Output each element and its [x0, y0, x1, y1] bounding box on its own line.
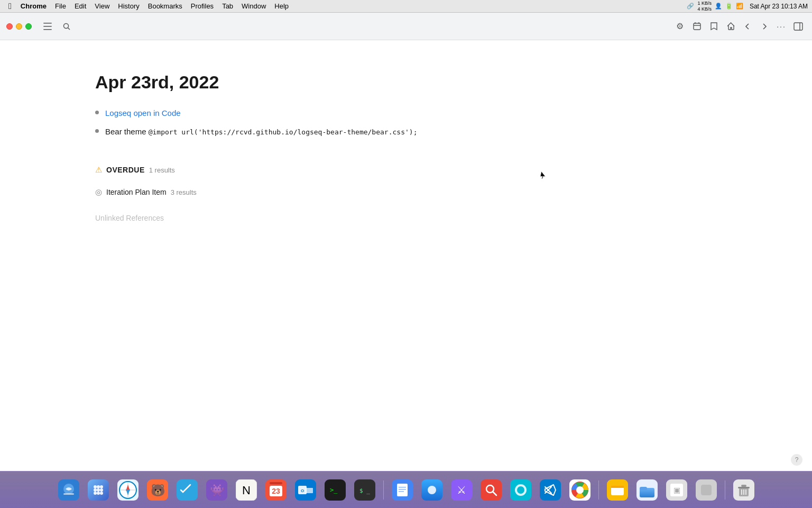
- more-options-button[interactable]: ···: [774, 19, 789, 34]
- menu-profiles[interactable]: Profiles: [187, 1, 217, 11]
- apple-menu[interactable]: : [4, 2, 16, 11]
- maximize-button[interactable]: [25, 23, 32, 30]
- svg-rect-65: [540, 479, 561, 501]
- clock: Sat Apr 23 10:13 AM: [750, 3, 808, 10]
- dock-item-game[interactable]: ⚔: [448, 477, 475, 503]
- menu-tab[interactable]: Tab: [218, 1, 237, 11]
- dock-item-iterm[interactable]: $ _: [352, 477, 378, 503]
- extension-icon-calendar[interactable]: [689, 19, 704, 34]
- menu-bar-left:  Chrome File Edit View History Bookmark…: [4, 1, 292, 11]
- extension-icon-1[interactable]: ⚙: [672, 19, 687, 34]
- battery-icon: 🔋: [725, 3, 733, 10]
- dock-item-alien[interactable]: 👾: [204, 477, 230, 503]
- warning-icon: ⚠: [95, 165, 102, 175]
- unlinked-references[interactable]: Unlinked References: [95, 214, 770, 222]
- dock-item-fantastical[interactable]: 23: [263, 477, 289, 503]
- menu-bar-right: 🔗 1 KB/s4 KB/s 👤 🔋 📶 Sat Apr 23 10:13 AM: [687, 1, 808, 12]
- dock-item-appx[interactable]: [419, 477, 445, 503]
- help-button[interactable]: ?: [791, 454, 802, 466]
- overdue-count: 1 results: [149, 166, 175, 174]
- dock-item-app-gray[interactable]: [693, 477, 719, 503]
- dock-separator-3: [725, 480, 725, 500]
- iteration-section: ◎ Iteration Plan Item 3 results: [95, 187, 770, 197]
- iteration-label: Iteration Plan Item: [106, 188, 167, 196]
- dock: 🐻 👾 N 23 O: [0, 471, 812, 508]
- minimize-button[interactable]: [16, 23, 22, 30]
- dock-item-folder-blue[interactable]: [634, 477, 660, 503]
- dock-item-chrome[interactable]: [567, 477, 593, 503]
- svg-text:$ _: $ _: [359, 487, 370, 494]
- network-stats: 1 KB/s4 KB/s: [697, 1, 712, 12]
- dock-item-terminal[interactable]: >_: [322, 477, 348, 503]
- svg-rect-33: [177, 479, 198, 501]
- svg-text:N: N: [242, 484, 251, 497]
- dock-item-docs[interactable]: [389, 477, 416, 503]
- dock-item-finder[interactable]: [56, 477, 82, 503]
- overdue-label: OVERDUE: [106, 166, 145, 174]
- dock-item-notion[interactable]: N: [233, 477, 260, 503]
- bullet-dot: [95, 111, 99, 114]
- menu-bookmarks[interactable]: Bookmarks: [144, 1, 186, 11]
- bullet-dot-2: [95, 129, 99, 133]
- svg-point-22: [97, 492, 100, 495]
- menu-view[interactable]: View: [91, 1, 113, 11]
- svg-rect-39: [270, 482, 282, 484]
- svg-point-3: [64, 23, 69, 28]
- main-content: Apr 23rd, 2022 Logseq open in Code Bear …: [0, 40, 812, 471]
- dock-item-sphero[interactable]: [508, 477, 534, 503]
- svg-text:>_: >_: [330, 486, 338, 494]
- svg-text:O: O: [300, 488, 303, 493]
- bookmark-icon[interactable]: [706, 19, 721, 34]
- dock-separator: [383, 480, 384, 500]
- dock-item-search[interactable]: [478, 477, 504, 503]
- dock-separator-2: [598, 480, 599, 500]
- svg-rect-80: [701, 485, 712, 495]
- svg-point-15: [94, 485, 97, 488]
- browser-left-tools: [40, 19, 74, 34]
- svg-rect-1: [43, 26, 52, 27]
- dock-item-telegram[interactable]: [174, 477, 200, 503]
- svg-rect-0: [43, 23, 52, 24]
- dock-item-safari[interactable]: [115, 477, 141, 503]
- browser-right-tools: ⚙: [672, 19, 806, 34]
- svg-point-20: [100, 488, 103, 492]
- dock-item-launchpad[interactable]: [85, 477, 112, 503]
- menu-file[interactable]: File: [51, 1, 70, 11]
- sidebar-toggle-button[interactable]: [40, 19, 55, 34]
- dock-item-vscode[interactable]: [537, 477, 564, 503]
- search-button[interactable]: [59, 19, 74, 34]
- iteration-icon: ◎: [95, 187, 102, 197]
- svg-rect-52: [399, 487, 406, 488]
- menu-help[interactable]: Help: [271, 1, 292, 11]
- close-button[interactable]: [6, 23, 13, 30]
- menu-edit[interactable]: Edit: [71, 1, 90, 11]
- svg-rect-13: [63, 493, 74, 495]
- svg-point-23: [100, 492, 103, 495]
- overdue-section: ⚠ OVERDUE 1 results: [95, 165, 770, 175]
- wifi-icon: 📶: [736, 3, 743, 10]
- dock-item-bear[interactable]: 🐻: [144, 477, 171, 503]
- logseq-link[interactable]: Logseq open in Code: [105, 108, 181, 117]
- svg-rect-72: [611, 486, 624, 488]
- forward-button[interactable]: [757, 19, 772, 34]
- dock-item-preview[interactable]: ▣: [663, 477, 690, 503]
- traffic-lights: [6, 23, 32, 30]
- svg-text:👾: 👾: [209, 483, 224, 497]
- menu-window[interactable]: Window: [238, 1, 270, 11]
- svg-text:⚔: ⚔: [457, 484, 466, 496]
- svg-point-56: [428, 486, 436, 494]
- back-button[interactable]: [740, 19, 755, 34]
- home-icon[interactable]: [723, 19, 738, 34]
- sidebar-panel-button[interactable]: [791, 19, 806, 34]
- app-name[interactable]: Chrome: [17, 1, 50, 11]
- list-item: Logseq open in Code: [95, 107, 770, 120]
- menu-history[interactable]: History: [114, 1, 143, 11]
- dock-item-files[interactable]: [604, 477, 631, 503]
- bullet-list: Logseq open in Code Bear theme @import u…: [95, 107, 770, 144]
- dock-item-outlook[interactable]: O: [292, 477, 319, 503]
- list-item: Bear theme @import url('https://rcvd.git…: [95, 126, 770, 138]
- iteration-count: 3 results: [171, 188, 197, 196]
- bullet-text-2: Bear theme @import url('https://rcvd.git…: [105, 126, 417, 138]
- dock-item-trash[interactable]: [731, 477, 757, 503]
- svg-point-68: [576, 486, 584, 494]
